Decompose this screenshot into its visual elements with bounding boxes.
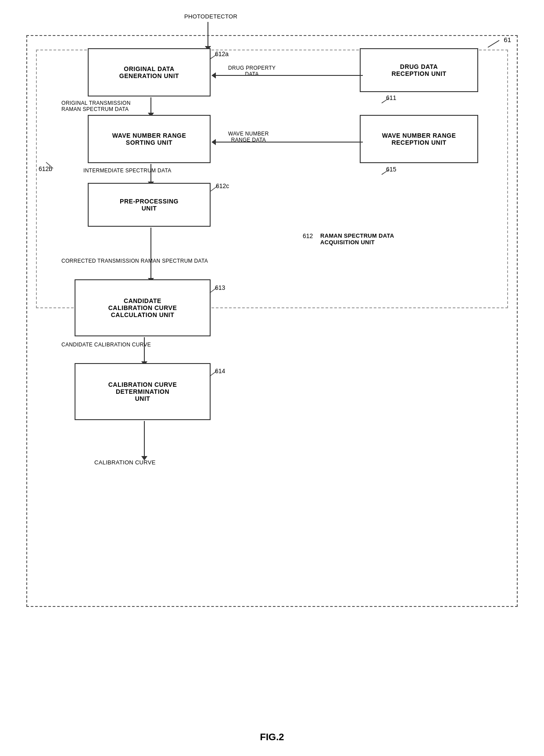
original-transmission-label: ORIGINAL TRANSMISSION RAMAN SPECTRUM DAT… xyxy=(61,100,131,112)
calibration-determination-box: CALIBRATION CURVE DETERMINATION UNIT xyxy=(75,363,211,420)
wave-reception-label: WAVE NUMBER RANGE RECEPTION UNIT xyxy=(382,132,456,146)
figure-label: FIG.2 xyxy=(0,731,544,743)
candidate-calibration-curve-label: CANDIDATE CALIBRATION CURVE xyxy=(61,342,151,348)
original-data-label: ORIGINAL DATA GENERATION UNIT xyxy=(119,65,179,79)
ref-615-tick xyxy=(381,169,390,175)
candidate-calibration-box: CANDIDATE CALIBRATION CURVE CALCULATION … xyxy=(75,279,211,336)
raman-acquisition-label: RAMAN SPECTRUM DATA ACQUISITION UNIT xyxy=(320,232,394,246)
ref-613-tick xyxy=(209,287,218,294)
page: { "title": "FIG.2", "reference_numbers":… xyxy=(0,0,544,756)
arrow-preprocessing-to-candidate xyxy=(148,228,154,282)
arrow-drug-to-original xyxy=(211,72,363,78)
photodetector-label: PHOTODETECTOR xyxy=(184,13,237,20)
preprocessing-label: PRE-PROCESSING UNIT xyxy=(120,198,179,212)
ref-612b-tick xyxy=(45,161,54,169)
drug-data-reception-box: DRUG DATA RECEPTION UNIT xyxy=(360,48,478,92)
wave-number-reception-box: WAVE NUMBER RANGE RECEPTION UNIT xyxy=(360,115,478,163)
ref-612a-tick xyxy=(209,53,218,60)
ref-614-tick xyxy=(209,370,218,377)
arrow-determination-to-output xyxy=(141,421,147,460)
calibration-determination-label: CALIBRATION CURVE DETERMINATION UNIT xyxy=(108,381,177,402)
arrow-original-to-wave-sorting xyxy=(148,97,154,117)
corrected-transmission-label: CORRECTED TRANSMISSION RAMAN SPECTRUM DA… xyxy=(61,258,208,264)
calibration-curve-output-label: CALIBRATION CURVE xyxy=(94,459,156,466)
wave-number-sorting-box: WAVE NUMBER RANGE SORTING UNIT xyxy=(88,115,211,163)
ref-611-tick xyxy=(381,97,390,104)
candidate-calibration-label: CANDIDATE CALIBRATION CURVE CALCULATION … xyxy=(108,297,177,318)
wave-sorting-label: WAVE NUMBER RANGE SORTING UNIT xyxy=(112,132,186,146)
ref-612: 612 xyxy=(303,232,313,239)
preprocessing-box: PRE-PROCESSING UNIT xyxy=(88,183,211,227)
intermediate-spectrum-label: INTERMEDIATE SPECTRUM DATA xyxy=(83,168,171,174)
drug-data-label: DRUG DATA RECEPTION UNIT xyxy=(391,63,446,77)
ref-612c-tick xyxy=(210,185,218,192)
original-data-generation-box: ORIGINAL DATA GENERATION UNIT xyxy=(88,48,211,96)
arrow-wave-reception-to-sorting xyxy=(211,139,363,145)
